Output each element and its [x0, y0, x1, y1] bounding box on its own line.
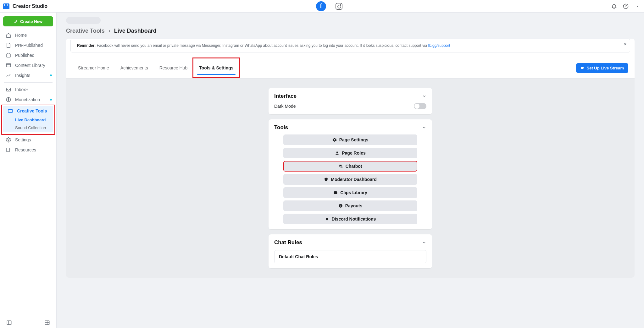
sidebar-label: Home: [15, 33, 27, 38]
notice-link[interactable]: fb.gg/support: [428, 43, 450, 48]
setup-btn-label: Set Up Live Stream: [587, 66, 624, 70]
notice-label: Reminder:: [77, 43, 96, 48]
person-icon: [335, 151, 339, 155]
card-interface-header[interactable]: Interface: [274, 93, 426, 99]
create-new-button[interactable]: Create New: [3, 16, 53, 26]
sidebar-item-resources[interactable]: Resources: [0, 145, 56, 155]
card-tools: Tools Page Settings Page Roles: [269, 119, 432, 229]
settings-content: Interface Dark Mode Tools: [66, 79, 635, 278]
notice-text: Facebook will never send you an email or…: [96, 43, 428, 48]
sidebar-item-creative-tools[interactable]: Creative Tools: [3, 106, 53, 116]
svg-point-14: [340, 205, 341, 205]
svg-rect-8: [7, 321, 11, 325]
chevron-right-icon: [107, 29, 112, 33]
instagram-tab[interactable]: [336, 3, 342, 10]
dark-mode-toggle[interactable]: [414, 103, 426, 109]
account-dropdown-icon[interactable]: [634, 3, 641, 10]
info-icon: [338, 204, 343, 208]
sidebar-item-settings[interactable]: Settings: [0, 135, 56, 145]
sidebar-label: Content Library: [15, 63, 45, 68]
sidebar-label: Sound Collection: [15, 125, 46, 130]
sidebar-label: Settings: [15, 137, 31, 142]
card-interface: Interface Dark Mode: [269, 88, 432, 114]
tool-label: Clips Library: [340, 190, 367, 195]
sidebar-label: Resources: [15, 147, 36, 152]
tab-achievements[interactable]: Achievements: [115, 61, 154, 75]
sidebar-label: Monetization: [15, 97, 40, 102]
svg-rect-13: [340, 205, 341, 207]
breadcrumb-parent[interactable]: Creative Tools: [66, 28, 105, 34]
card-chat-rules-header[interactable]: Chat Rules: [274, 239, 426, 246]
tool-discord-notifications[interactable]: Discord Notifications: [283, 214, 417, 224]
sidebar-item-live-dashboard[interactable]: Live Dashboard: [3, 116, 53, 124]
sidebar-item-home[interactable]: Home: [0, 30, 56, 40]
loading-skeleton: [66, 17, 101, 24]
clapperboard-icon: [333, 190, 338, 195]
indicator-dot: [50, 74, 52, 76]
sidebar-item-published[interactable]: Published: [0, 50, 56, 60]
sidebar-label: Creative Tools: [17, 108, 47, 113]
dark-mode-label: Dark Mode: [274, 104, 296, 109]
sidebar-item-pre-published[interactable]: Pre-Published: [0, 40, 56, 50]
tool-label: Page Settings: [339, 137, 369, 142]
breadcrumb-current: Live Dashboard: [114, 28, 157, 34]
tool-clips-library[interactable]: Clips Library: [283, 187, 417, 198]
help-icon[interactable]: [622, 3, 629, 10]
tab-label: Tools & Settings: [199, 65, 233, 70]
sidebar-item-content-library[interactable]: Content Library: [0, 60, 56, 70]
brand-title: Creator Studio: [13, 3, 47, 9]
tabs-row: Streamer Home Achievements Resource Hub …: [66, 57, 635, 79]
sidebar-item-sound-collection[interactable]: Sound Collection: [3, 124, 53, 132]
tab-tools-settings[interactable]: Tools & Settings: [193, 61, 239, 75]
svg-rect-1: [7, 54, 10, 57]
default-chat-rules[interactable]: Default Chat Rules: [274, 250, 426, 263]
row-dark-mode: Dark Mode: [274, 99, 426, 109]
layout-left-icon[interactable]: [6, 319, 13, 326]
tool-page-roles[interactable]: Page Roles: [283, 148, 417, 158]
sidebar-item-insights[interactable]: Insights: [0, 70, 56, 80]
tool-payouts[interactable]: Payouts: [283, 200, 417, 211]
svg-rect-10: [581, 67, 583, 69]
card-title: Tools: [274, 124, 288, 131]
tab-highlight-box: Tools & Settings: [192, 57, 240, 78]
tool-label: Discord Notifications: [332, 216, 376, 221]
chat-icon: [339, 164, 343, 168]
breadcrumb: Creative Tools Live Dashboard: [66, 28, 635, 34]
notifications-icon[interactable]: [611, 3, 618, 10]
tool-moderator-dashboard[interactable]: Moderator Dashboard: [283, 174, 417, 185]
facebook-tab[interactable]: f: [316, 1, 326, 11]
setup-live-stream-button[interactable]: Set Up Live Stream: [576, 63, 629, 73]
tab-resource-hub[interactable]: Resource Hub: [154, 61, 193, 75]
tools-list: Page Settings Page Roles Chatbot: [274, 134, 426, 224]
tool-page-settings[interactable]: Page Settings: [283, 134, 417, 145]
sidebar-footer: [0, 317, 56, 328]
sidebar-item-inbox[interactable]: Inbox+: [0, 85, 56, 95]
reminder-notice: Reminder: Facebook will never send you a…: [70, 39, 630, 52]
shield-icon: [324, 177, 328, 182]
tab-streamer-home[interactable]: Streamer Home: [72, 61, 115, 75]
svg-rect-5: [8, 110, 13, 113]
sidebar: Create New Home Pre-Published Published …: [0, 13, 57, 328]
close-icon[interactable]: ×: [624, 41, 627, 47]
layout-grid-icon[interactable]: [44, 319, 51, 326]
chevron-down-icon: [422, 94, 426, 98]
card-tools-header[interactable]: Tools: [274, 124, 426, 131]
tool-label: Page Roles: [342, 150, 365, 156]
creator-studio-icon: [3, 3, 9, 9]
sidebar-item-monetization[interactable]: Monetization: [0, 95, 56, 105]
create-new-label: Create New: [20, 19, 42, 24]
indicator-dot: [50, 99, 52, 101]
svg-rect-7: [7, 148, 9, 152]
card-title: Interface: [274, 93, 297, 99]
tab-label: Resource Hub: [159, 65, 188, 70]
chevron-down-icon: [422, 240, 426, 245]
sidebar-label: Pre-Published: [15, 43, 43, 48]
tool-label: Moderator Dashboard: [331, 177, 376, 182]
bell-icon: [325, 217, 329, 221]
card-chat-rules: Chat Rules Default Chat Rules: [269, 234, 432, 268]
main-content: Creative Tools Live Dashboard Reminder: …: [57, 13, 644, 328]
gear-icon: [332, 138, 337, 142]
tool-chatbot[interactable]: Chatbot: [283, 161, 417, 172]
tool-label: Chatbot: [346, 164, 362, 169]
sidebar-label: Live Dashboard: [15, 118, 46, 122]
